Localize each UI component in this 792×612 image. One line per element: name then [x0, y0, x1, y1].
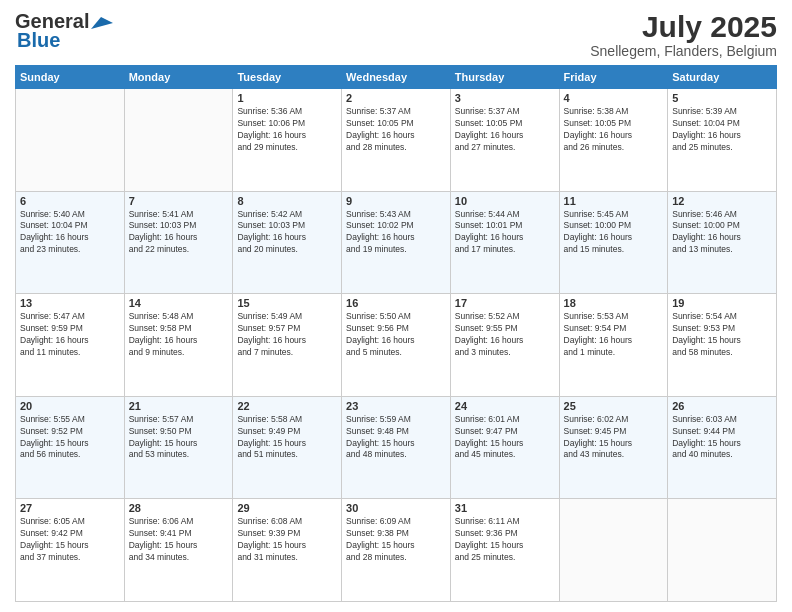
calendar-cell: 2Sunrise: 5:37 AM Sunset: 10:05 PM Dayli…	[342, 89, 451, 192]
calendar-cell: 24Sunrise: 6:01 AM Sunset: 9:47 PM Dayli…	[450, 396, 559, 499]
calendar-cell	[668, 499, 777, 602]
day-number: 2	[346, 92, 446, 104]
day-number: 17	[455, 297, 555, 309]
day-number: 12	[672, 195, 772, 207]
day-info: Sunrise: 5:48 AM Sunset: 9:58 PM Dayligh…	[129, 311, 229, 359]
calendar-cell: 6Sunrise: 5:40 AM Sunset: 10:04 PM Dayli…	[16, 191, 125, 294]
day-number: 22	[237, 400, 337, 412]
day-number: 11	[564, 195, 664, 207]
day-number: 14	[129, 297, 229, 309]
calendar-cell: 10Sunrise: 5:44 AM Sunset: 10:01 PM Dayl…	[450, 191, 559, 294]
day-info: Sunrise: 6:03 AM Sunset: 9:44 PM Dayligh…	[672, 414, 772, 462]
calendar-cell	[16, 89, 125, 192]
day-info: Sunrise: 5:37 AM Sunset: 10:05 PM Daylig…	[455, 106, 555, 154]
calendar-cell: 12Sunrise: 5:46 AM Sunset: 10:00 PM Dayl…	[668, 191, 777, 294]
calendar-cell: 19Sunrise: 5:54 AM Sunset: 9:53 PM Dayli…	[668, 294, 777, 397]
day-number: 8	[237, 195, 337, 207]
day-number: 3	[455, 92, 555, 104]
calendar-week-5: 27Sunrise: 6:05 AM Sunset: 9:42 PM Dayli…	[16, 499, 777, 602]
col-wednesday: Wednesday	[342, 66, 451, 89]
day-number: 23	[346, 400, 446, 412]
calendar-cell: 9Sunrise: 5:43 AM Sunset: 10:02 PM Dayli…	[342, 191, 451, 294]
day-number: 20	[20, 400, 120, 412]
day-info: Sunrise: 6:05 AM Sunset: 9:42 PM Dayligh…	[20, 516, 120, 564]
calendar-cell	[559, 499, 668, 602]
day-number: 1	[237, 92, 337, 104]
day-number: 9	[346, 195, 446, 207]
day-info: Sunrise: 5:53 AM Sunset: 9:54 PM Dayligh…	[564, 311, 664, 359]
day-info: Sunrise: 5:36 AM Sunset: 10:06 PM Daylig…	[237, 106, 337, 154]
calendar-cell: 30Sunrise: 6:09 AM Sunset: 9:38 PM Dayli…	[342, 499, 451, 602]
calendar-cell: 13Sunrise: 5:47 AM Sunset: 9:59 PM Dayli…	[16, 294, 125, 397]
calendar-week-2: 6Sunrise: 5:40 AM Sunset: 10:04 PM Dayli…	[16, 191, 777, 294]
logo-blue: Blue	[17, 29, 60, 52]
month-title: July 2025	[590, 10, 777, 43]
day-number: 21	[129, 400, 229, 412]
calendar-cell: 17Sunrise: 5:52 AM Sunset: 9:55 PM Dayli…	[450, 294, 559, 397]
day-number: 15	[237, 297, 337, 309]
calendar-cell: 21Sunrise: 5:57 AM Sunset: 9:50 PM Dayli…	[124, 396, 233, 499]
day-number: 4	[564, 92, 664, 104]
calendar-cell: 15Sunrise: 5:49 AM Sunset: 9:57 PM Dayli…	[233, 294, 342, 397]
calendar-cell: 20Sunrise: 5:55 AM Sunset: 9:52 PM Dayli…	[16, 396, 125, 499]
day-info: Sunrise: 5:39 AM Sunset: 10:04 PM Daylig…	[672, 106, 772, 154]
day-info: Sunrise: 5:42 AM Sunset: 10:03 PM Daylig…	[237, 209, 337, 257]
day-info: Sunrise: 6:11 AM Sunset: 9:36 PM Dayligh…	[455, 516, 555, 564]
calendar-cell: 28Sunrise: 6:06 AM Sunset: 9:41 PM Dayli…	[124, 499, 233, 602]
day-number: 24	[455, 400, 555, 412]
day-number: 29	[237, 502, 337, 514]
calendar-cell: 3Sunrise: 5:37 AM Sunset: 10:05 PM Dayli…	[450, 89, 559, 192]
calendar-week-4: 20Sunrise: 5:55 AM Sunset: 9:52 PM Dayli…	[16, 396, 777, 499]
location: Snellegem, Flanders, Belgium	[590, 43, 777, 59]
day-info: Sunrise: 5:47 AM Sunset: 9:59 PM Dayligh…	[20, 311, 120, 359]
day-info: Sunrise: 5:37 AM Sunset: 10:05 PM Daylig…	[346, 106, 446, 154]
header: General Blue July 2025 Snellegem, Flande…	[15, 10, 777, 59]
header-row: Sunday Monday Tuesday Wednesday Thursday…	[16, 66, 777, 89]
col-friday: Friday	[559, 66, 668, 89]
calendar-cell: 23Sunrise: 5:59 AM Sunset: 9:48 PM Dayli…	[342, 396, 451, 499]
day-number: 5	[672, 92, 772, 104]
calendar-cell: 11Sunrise: 5:45 AM Sunset: 10:00 PM Dayl…	[559, 191, 668, 294]
day-number: 13	[20, 297, 120, 309]
title-block: July 2025 Snellegem, Flanders, Belgium	[590, 10, 777, 59]
day-info: Sunrise: 6:02 AM Sunset: 9:45 PM Dayligh…	[564, 414, 664, 462]
calendar-cell	[124, 89, 233, 192]
day-info: Sunrise: 5:58 AM Sunset: 9:49 PM Dayligh…	[237, 414, 337, 462]
calendar-cell: 22Sunrise: 5:58 AM Sunset: 9:49 PM Dayli…	[233, 396, 342, 499]
calendar-cell: 27Sunrise: 6:05 AM Sunset: 9:42 PM Dayli…	[16, 499, 125, 602]
day-number: 30	[346, 502, 446, 514]
day-info: Sunrise: 5:40 AM Sunset: 10:04 PM Daylig…	[20, 209, 120, 257]
day-info: Sunrise: 5:49 AM Sunset: 9:57 PM Dayligh…	[237, 311, 337, 359]
col-saturday: Saturday	[668, 66, 777, 89]
calendar-cell: 5Sunrise: 5:39 AM Sunset: 10:04 PM Dayli…	[668, 89, 777, 192]
day-info: Sunrise: 5:54 AM Sunset: 9:53 PM Dayligh…	[672, 311, 772, 359]
day-number: 19	[672, 297, 772, 309]
day-info: Sunrise: 5:57 AM Sunset: 9:50 PM Dayligh…	[129, 414, 229, 462]
day-number: 25	[564, 400, 664, 412]
day-info: Sunrise: 5:55 AM Sunset: 9:52 PM Dayligh…	[20, 414, 120, 462]
page: General Blue July 2025 Snellegem, Flande…	[0, 0, 792, 612]
day-info: Sunrise: 5:44 AM Sunset: 10:01 PM Daylig…	[455, 209, 555, 257]
day-number: 16	[346, 297, 446, 309]
day-info: Sunrise: 5:41 AM Sunset: 10:03 PM Daylig…	[129, 209, 229, 257]
day-info: Sunrise: 6:01 AM Sunset: 9:47 PM Dayligh…	[455, 414, 555, 462]
day-number: 10	[455, 195, 555, 207]
day-number: 27	[20, 502, 120, 514]
calendar-cell: 25Sunrise: 6:02 AM Sunset: 9:45 PM Dayli…	[559, 396, 668, 499]
day-info: Sunrise: 5:46 AM Sunset: 10:00 PM Daylig…	[672, 209, 772, 257]
day-number: 31	[455, 502, 555, 514]
day-number: 28	[129, 502, 229, 514]
col-tuesday: Tuesday	[233, 66, 342, 89]
day-info: Sunrise: 5:59 AM Sunset: 9:48 PM Dayligh…	[346, 414, 446, 462]
col-monday: Monday	[124, 66, 233, 89]
calendar-cell: 14Sunrise: 5:48 AM Sunset: 9:58 PM Dayli…	[124, 294, 233, 397]
calendar-cell: 7Sunrise: 5:41 AM Sunset: 10:03 PM Dayli…	[124, 191, 233, 294]
calendar-cell: 29Sunrise: 6:08 AM Sunset: 9:39 PM Dayli…	[233, 499, 342, 602]
calendar-cell: 1Sunrise: 5:36 AM Sunset: 10:06 PM Dayli…	[233, 89, 342, 192]
day-number: 7	[129, 195, 229, 207]
day-info: Sunrise: 6:06 AM Sunset: 9:41 PM Dayligh…	[129, 516, 229, 564]
day-info: Sunrise: 5:52 AM Sunset: 9:55 PM Dayligh…	[455, 311, 555, 359]
calendar-cell: 31Sunrise: 6:11 AM Sunset: 9:36 PM Dayli…	[450, 499, 559, 602]
calendar-table: Sunday Monday Tuesday Wednesday Thursday…	[15, 65, 777, 602]
day-info: Sunrise: 6:08 AM Sunset: 9:39 PM Dayligh…	[237, 516, 337, 564]
